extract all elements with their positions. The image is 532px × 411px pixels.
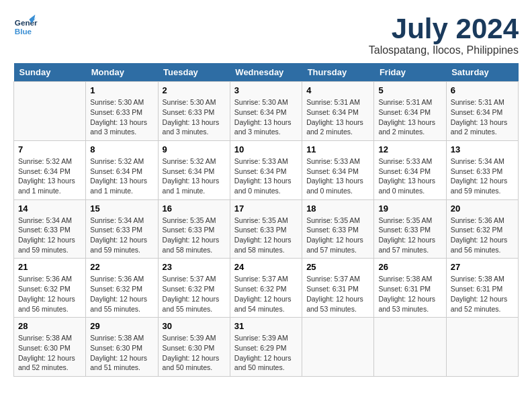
- calendar-cell: 18Sunrise: 5:35 AM Sunset: 6:33 PM Dayli…: [302, 199, 374, 259]
- cell-info: Sunrise: 5:31 AM Sunset: 6:34 PM Dayligh…: [306, 97, 369, 137]
- day-number: 8: [90, 144, 153, 154]
- calendar-cell: 3Sunrise: 5:30 AM Sunset: 6:34 PM Daylig…: [230, 82, 302, 141]
- day-number: 27: [451, 262, 514, 272]
- calendar-week-row: 28Sunrise: 5:38 AM Sunset: 6:30 PM Dayli…: [14, 318, 519, 377]
- cell-info: Sunrise: 5:34 AM Sunset: 6:33 PM Dayligh…: [18, 216, 81, 255]
- calendar-cell: 23Sunrise: 5:37 AM Sunset: 6:32 PM Dayli…: [158, 259, 230, 318]
- calendar-cell: 1Sunrise: 5:30 AM Sunset: 6:33 PM Daylig…: [86, 82, 158, 141]
- day-number: 2: [163, 85, 226, 95]
- day-number: 4: [306, 85, 369, 95]
- day-number: 31: [234, 321, 298, 331]
- calendar-week-row: 21Sunrise: 5:36 AM Sunset: 6:32 PM Dayli…: [14, 259, 519, 318]
- calendar-cell: 30Sunrise: 5:39 AM Sunset: 6:30 PM Dayli…: [158, 318, 230, 377]
- calendar-cell: 4Sunrise: 5:31 AM Sunset: 6:34 PM Daylig…: [302, 82, 374, 141]
- calendar-cell: 31Sunrise: 5:39 AM Sunset: 6:29 PM Dayli…: [230, 318, 302, 377]
- day-number: 20: [451, 203, 514, 214]
- day-number: 22: [90, 262, 153, 272]
- cell-info: Sunrise: 5:31 AM Sunset: 6:34 PM Dayligh…: [378, 97, 441, 137]
- day-number: 13: [451, 144, 514, 154]
- cell-info: Sunrise: 5:32 AM Sunset: 6:34 PM Dayligh…: [90, 156, 153, 196]
- day-number: 18: [306, 203, 369, 214]
- calendar-cell: 20Sunrise: 5:36 AM Sunset: 6:32 PM Dayli…: [446, 199, 518, 259]
- cell-info: Sunrise: 5:38 AM Sunset: 6:30 PM Dayligh…: [18, 333, 81, 373]
- cell-info: Sunrise: 5:37 AM Sunset: 6:31 PM Dayligh…: [306, 274, 369, 314]
- day-number: 15: [90, 203, 153, 214]
- cell-info: Sunrise: 5:33 AM Sunset: 6:34 PM Dayligh…: [306, 156, 369, 196]
- cell-info: Sunrise: 5:35 AM Sunset: 6:33 PM Dayligh…: [378, 216, 441, 255]
- svg-text:Blue: Blue: [15, 27, 32, 36]
- day-number: 10: [234, 144, 298, 154]
- cell-info: Sunrise: 5:36 AM Sunset: 6:32 PM Dayligh…: [18, 274, 81, 314]
- day-number: 11: [306, 144, 369, 154]
- day-number: 29: [90, 321, 153, 331]
- day-number: 1: [90, 85, 153, 95]
- cell-info: Sunrise: 5:36 AM Sunset: 6:32 PM Dayligh…: [451, 216, 514, 255]
- calendar-cell: 14Sunrise: 5:34 AM Sunset: 6:33 PM Dayli…: [14, 199, 86, 259]
- day-number: 30: [163, 321, 226, 331]
- day-number: 12: [378, 144, 441, 154]
- header-thursday: Thursday: [302, 63, 374, 82]
- day-number: 23: [163, 262, 226, 272]
- cell-info: Sunrise: 5:38 AM Sunset: 6:30 PM Dayligh…: [90, 333, 153, 373]
- cell-info: Sunrise: 5:33 AM Sunset: 6:34 PM Dayligh…: [234, 156, 298, 196]
- calendar-cell: 13Sunrise: 5:34 AM Sunset: 6:33 PM Dayli…: [446, 140, 518, 199]
- header-tuesday: Tuesday: [158, 63, 230, 82]
- header-wednesday: Wednesday: [230, 63, 302, 82]
- cell-info: Sunrise: 5:33 AM Sunset: 6:34 PM Dayligh…: [378, 156, 441, 196]
- header-saturday: Saturday: [446, 63, 518, 82]
- day-number: 28: [18, 321, 81, 331]
- cell-info: Sunrise: 5:38 AM Sunset: 6:31 PM Dayligh…: [378, 274, 441, 314]
- day-number: 19: [378, 203, 441, 214]
- header-monday: Monday: [86, 63, 158, 82]
- calendar-cell: [374, 318, 446, 377]
- cell-info: Sunrise: 5:39 AM Sunset: 6:29 PM Dayligh…: [234, 333, 298, 373]
- day-number: 7: [18, 144, 81, 154]
- calendar-cell: 17Sunrise: 5:35 AM Sunset: 6:33 PM Dayli…: [230, 199, 302, 259]
- cell-info: Sunrise: 5:35 AM Sunset: 6:33 PM Dayligh…: [234, 216, 298, 255]
- calendar-cell: 2Sunrise: 5:30 AM Sunset: 6:33 PM Daylig…: [158, 82, 230, 141]
- cell-info: Sunrise: 5:35 AM Sunset: 6:33 PM Dayligh…: [163, 216, 226, 255]
- calendar-cell: 10Sunrise: 5:33 AM Sunset: 6:34 PM Dayli…: [230, 140, 302, 199]
- calendar-cell: 21Sunrise: 5:36 AM Sunset: 6:32 PM Dayli…: [14, 259, 86, 318]
- day-number: 9: [163, 144, 226, 154]
- calendar-cell: 19Sunrise: 5:35 AM Sunset: 6:33 PM Dayli…: [374, 199, 446, 259]
- calendar-cell: 12Sunrise: 5:33 AM Sunset: 6:34 PM Dayli…: [374, 140, 446, 199]
- cell-info: Sunrise: 5:34 AM Sunset: 6:33 PM Dayligh…: [451, 156, 514, 196]
- calendar-table: SundayMondayTuesdayWednesdayThursdayFrid…: [13, 63, 519, 377]
- calendar-cell: 11Sunrise: 5:33 AM Sunset: 6:34 PM Dayli…: [302, 140, 374, 199]
- calendar-cell: 7Sunrise: 5:32 AM Sunset: 6:34 PM Daylig…: [14, 140, 86, 199]
- cell-info: Sunrise: 5:30 AM Sunset: 6:33 PM Dayligh…: [163, 97, 226, 137]
- subtitle: Talospatang, Ilocos, Philippines: [369, 44, 519, 56]
- day-number: 21: [18, 262, 81, 272]
- main-title: July 2024: [369, 13, 519, 44]
- calendar-cell: [14, 82, 86, 141]
- day-number: 25: [306, 262, 369, 272]
- cell-info: Sunrise: 5:39 AM Sunset: 6:30 PM Dayligh…: [163, 333, 226, 373]
- header-friday: Friday: [374, 63, 446, 82]
- calendar-week-row: 14Sunrise: 5:34 AM Sunset: 6:33 PM Dayli…: [14, 199, 519, 259]
- cell-info: Sunrise: 5:32 AM Sunset: 6:34 PM Dayligh…: [163, 156, 226, 196]
- day-number: 17: [234, 203, 298, 214]
- calendar-cell: 16Sunrise: 5:35 AM Sunset: 6:33 PM Dayli…: [158, 199, 230, 259]
- calendar-cell: [302, 318, 374, 377]
- day-number: 6: [451, 85, 514, 95]
- calendar-cell: 27Sunrise: 5:38 AM Sunset: 6:31 PM Dayli…: [446, 259, 518, 318]
- cell-info: Sunrise: 5:32 AM Sunset: 6:34 PM Dayligh…: [18, 156, 81, 196]
- cell-info: Sunrise: 5:34 AM Sunset: 6:33 PM Dayligh…: [90, 216, 153, 255]
- cell-info: Sunrise: 5:38 AM Sunset: 6:31 PM Dayligh…: [451, 274, 514, 314]
- calendar-cell: 8Sunrise: 5:32 AM Sunset: 6:34 PM Daylig…: [86, 140, 158, 199]
- day-number: 24: [234, 262, 298, 272]
- calendar-week-row: 1Sunrise: 5:30 AM Sunset: 6:33 PM Daylig…: [14, 82, 519, 141]
- calendar-cell: 6Sunrise: 5:31 AM Sunset: 6:34 PM Daylig…: [446, 82, 518, 141]
- calendar-cell: 22Sunrise: 5:36 AM Sunset: 6:32 PM Dayli…: [86, 259, 158, 318]
- day-number: 3: [234, 85, 298, 95]
- day-number: 26: [378, 262, 441, 272]
- title-block: July 2024 Talospatang, Ilocos, Philippin…: [369, 13, 519, 56]
- logo: General Blue: [13, 13, 38, 38]
- cell-info: Sunrise: 5:31 AM Sunset: 6:34 PM Dayligh…: [451, 97, 514, 137]
- page-header: General Blue July 2024 Talospatang, Iloc…: [13, 13, 519, 56]
- calendar-cell: [446, 318, 518, 377]
- header-sunday: Sunday: [14, 63, 86, 82]
- calendar-cell: 15Sunrise: 5:34 AM Sunset: 6:33 PM Dayli…: [86, 199, 158, 259]
- day-number: 16: [163, 203, 226, 214]
